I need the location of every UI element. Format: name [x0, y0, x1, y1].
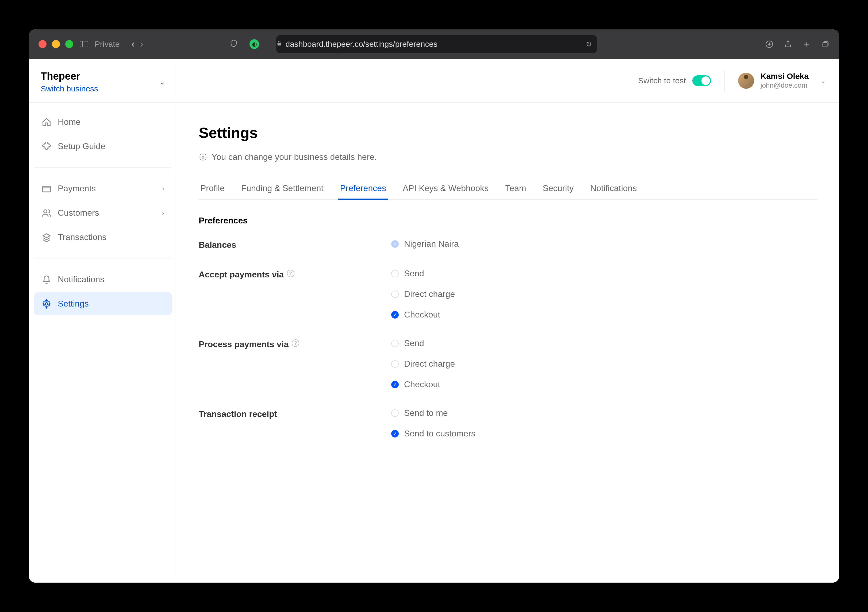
- topbar: Switch to test Kamsi Oleka john@doe.com …: [177, 59, 839, 103]
- option-row[interactable]: ✓Checkout: [391, 380, 818, 389]
- sidebar-item-label: Payments: [58, 184, 96, 193]
- option-row[interactable]: ✓Send: [391, 338, 818, 348]
- pref-label-text: Process payments via: [199, 339, 288, 349]
- svg-rect-1: [823, 42, 827, 47]
- tabs: ProfileFunding & SettlementPreferencesAP…: [199, 178, 818, 199]
- test-toggle[interactable]: [692, 75, 711, 86]
- option-label: Direct charge: [404, 359, 455, 369]
- check-circle-icon[interactable]: ✓: [391, 311, 399, 318]
- new-tab-button[interactable]: [803, 39, 811, 49]
- pref-group: Transaction receipt✓Send to me✓Send to c…: [199, 408, 818, 439]
- url-bar[interactable]: dashboard.thepeer.co/settings/preference…: [276, 35, 597, 53]
- option-label: Send to me: [404, 408, 448, 418]
- pref-label-text: Accept payments via: [199, 270, 284, 280]
- pref-label: Process payments via?: [199, 338, 391, 389]
- sidebar-item-notifications[interactable]: Notifications: [34, 268, 172, 291]
- pref-label: Balances: [199, 239, 391, 250]
- svg-point-3: [44, 210, 47, 213]
- pref-group: Accept payments via?✓Send✓Direct charge✓…: [199, 269, 818, 320]
- help-icon[interactable]: ?: [287, 270, 294, 277]
- option-row[interactable]: ✓Send to customers: [391, 429, 818, 439]
- option-label: Direct charge: [404, 289, 455, 299]
- url-text: dashboard.thepeer.co/settings/preference…: [285, 40, 437, 49]
- avatar: [738, 73, 754, 89]
- home-icon: [42, 117, 51, 127]
- check-circle-icon[interactable]: ✓: [391, 291, 399, 298]
- option-label: Send: [404, 269, 424, 278]
- pref-options: ✓Send to me✓Send to customers: [391, 408, 818, 439]
- sidebar-item-label: Setup Guide: [58, 141, 105, 151]
- check-icon: ✓: [393, 361, 397, 366]
- forward-button[interactable]: ›: [140, 39, 143, 50]
- close-window-button[interactable]: [39, 40, 46, 48]
- option-row[interactable]: ✓Direct charge: [391, 289, 818, 299]
- maximize-window-button[interactable]: [65, 40, 73, 48]
- sidebar-item-label: Settings: [58, 299, 89, 309]
- check-icon: ✓: [393, 411, 397, 416]
- sidebar-item-transactions[interactable]: Transactions: [34, 226, 172, 249]
- sidebar-item-payments[interactable]: Payments›: [34, 177, 172, 200]
- check-circle-icon[interactable]: ✓: [391, 381, 399, 388]
- tabs-button[interactable]: [822, 39, 829, 49]
- option-label: Send: [404, 338, 424, 348]
- switch-business-link[interactable]: Switch business: [41, 84, 98, 93]
- check-icon: ✓: [393, 382, 397, 387]
- downloads-button[interactable]: [765, 39, 773, 49]
- check-circle-icon[interactable]: ✓: [391, 270, 399, 277]
- divider: [724, 70, 725, 91]
- option-row[interactable]: ✓Direct charge: [391, 359, 818, 369]
- help-icon[interactable]: ?: [292, 339, 299, 347]
- tab-api-keys-webhooks[interactable]: API Keys & Webhooks: [401, 178, 490, 199]
- tab-funding-settlement[interactable]: Funding & Settlement: [240, 178, 325, 199]
- brand-section[interactable]: Thepeer Switch business ⌄: [29, 59, 177, 103]
- sidebar-item-customers[interactable]: Customers›: [34, 201, 172, 224]
- sidebar-toggle[interactable]: [80, 41, 88, 47]
- pref-label: Accept payments via?: [199, 269, 391, 320]
- option-row[interactable]: ✓Checkout: [391, 310, 818, 320]
- extension-icon[interactable]: ◐: [250, 39, 259, 49]
- sidebar-item-label: Customers: [58, 208, 99, 218]
- page-description-text: You can change your business details her…: [211, 152, 377, 162]
- check-circle-icon[interactable]: ✓: [391, 410, 399, 417]
- sidebar-item-setup-guide[interactable]: Setup Guide: [34, 135, 172, 158]
- option-row[interactable]: ✓Send: [391, 269, 818, 278]
- sidebar-item-label: Home: [58, 117, 81, 127]
- check-circle-icon[interactable]: ✓: [391, 360, 399, 368]
- pref-options: ✓Nigerian Naira: [391, 239, 818, 250]
- option-label: Checkout: [404, 310, 440, 320]
- user-profile[interactable]: Kamsi Oleka john@doe.com ⌄: [738, 72, 826, 90]
- check-circle-icon[interactable]: ✓: [391, 240, 399, 248]
- pref-label: Transaction receipt: [199, 408, 391, 439]
- option-row[interactable]: ✓Send to me: [391, 408, 818, 418]
- check-icon: ✓: [393, 292, 397, 297]
- tab-preferences[interactable]: Preferences: [338, 178, 388, 199]
- traffic-lights: [39, 40, 73, 48]
- back-button[interactable]: ‹: [131, 39, 135, 50]
- user-email: john@doe.com: [761, 81, 809, 90]
- option-row[interactable]: ✓Nigerian Naira: [391, 239, 818, 249]
- minimize-window-button[interactable]: [52, 40, 60, 48]
- option-label: Checkout: [404, 380, 440, 389]
- user-name: Kamsi Oleka: [761, 72, 809, 81]
- pref-label-text: Balances: [199, 240, 236, 250]
- pref-group: Process payments via?✓Send✓Direct charge…: [199, 338, 818, 389]
- pref-label-text: Transaction receipt: [199, 409, 277, 419]
- tab-security[interactable]: Security: [541, 178, 575, 199]
- test-toggle-group: Switch to test: [638, 75, 711, 86]
- tab-notifications[interactable]: Notifications: [589, 178, 638, 199]
- tab-profile[interactable]: Profile: [199, 178, 226, 199]
- sidebar-icon: [80, 41, 88, 47]
- sidebar-item-home[interactable]: Home: [34, 111, 172, 133]
- share-button[interactable]: [784, 39, 792, 49]
- puzzle-icon: [42, 142, 51, 151]
- sidebar-item-settings[interactable]: Settings: [34, 292, 172, 315]
- gear-icon: [42, 299, 51, 309]
- reload-button[interactable]: ↻: [586, 40, 592, 49]
- tab-team[interactable]: Team: [504, 178, 528, 199]
- pref-options: ✓Send✓Direct charge✓Checkout: [391, 338, 818, 389]
- brand-name: Thepeer: [41, 71, 98, 82]
- sidebar-item-label: Notifications: [58, 275, 104, 284]
- check-circle-icon[interactable]: ✓: [391, 340, 399, 347]
- check-circle-icon[interactable]: ✓: [391, 430, 399, 437]
- shield-icon[interactable]: [230, 39, 238, 49]
